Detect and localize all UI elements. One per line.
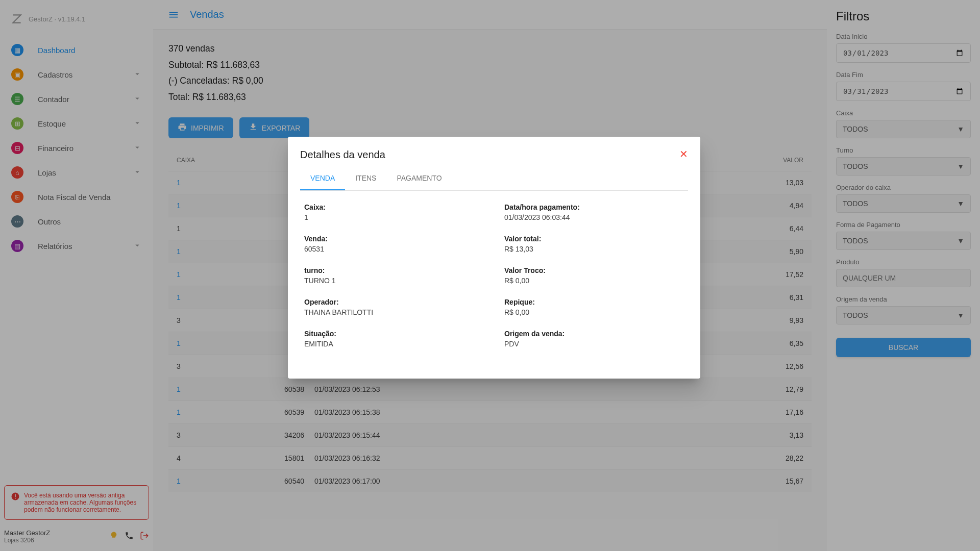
tab-venda[interactable]: VENDA xyxy=(300,167,345,190)
detail-origem-value: PDV xyxy=(504,340,684,348)
detail-datahora-label: Data/hora pagamento: xyxy=(504,203,684,211)
detail-venda-value: 60531 xyxy=(304,245,484,253)
detail-valortroco-value: R$ 0,00 xyxy=(504,277,684,285)
detail-repique-label: Repique: xyxy=(504,298,684,306)
detail-venda-label: Venda: xyxy=(304,235,484,243)
modal-tabs: VENDA ITENS PAGAMENTO xyxy=(300,167,688,191)
detail-caixa-value: 1 xyxy=(304,213,484,221)
detail-turno-value: TURNO 1 xyxy=(304,277,484,285)
detail-caixa-label: Caixa: xyxy=(304,203,484,211)
detail-operador-label: Operador: xyxy=(304,298,484,306)
detail-valortroco-label: Valor Troco: xyxy=(504,266,684,274)
detail-valortotal-value: R$ 13,03 xyxy=(504,245,684,253)
detail-situacao-label: Situação: xyxy=(304,330,484,338)
modal-title: Detalhes da venda xyxy=(300,149,385,161)
detail-origem-label: Origem da venda: xyxy=(504,330,684,338)
close-icon[interactable]: ✕ xyxy=(679,149,688,159)
modal-body: Caixa:1 Data/hora pagamento:01/03/2023 0… xyxy=(288,191,700,379)
tab-pagamento[interactable]: PAGAMENTO xyxy=(386,167,452,190)
sale-details-modal: Detalhes da venda ✕ VENDA ITENS PAGAMENT… xyxy=(288,137,700,379)
detail-turno-label: turno: xyxy=(304,266,484,274)
tab-itens[interactable]: ITENS xyxy=(345,167,386,190)
detail-repique-value: R$ 0,00 xyxy=(504,308,684,316)
detail-datahora-value: 01/03/2023 06:03:44 xyxy=(504,213,684,221)
detail-situacao-value: EMITIDA xyxy=(304,340,484,348)
detail-valortotal-label: Valor total: xyxy=(504,235,684,243)
detail-operador-value: THAINA BARTILOTTI xyxy=(304,308,484,316)
